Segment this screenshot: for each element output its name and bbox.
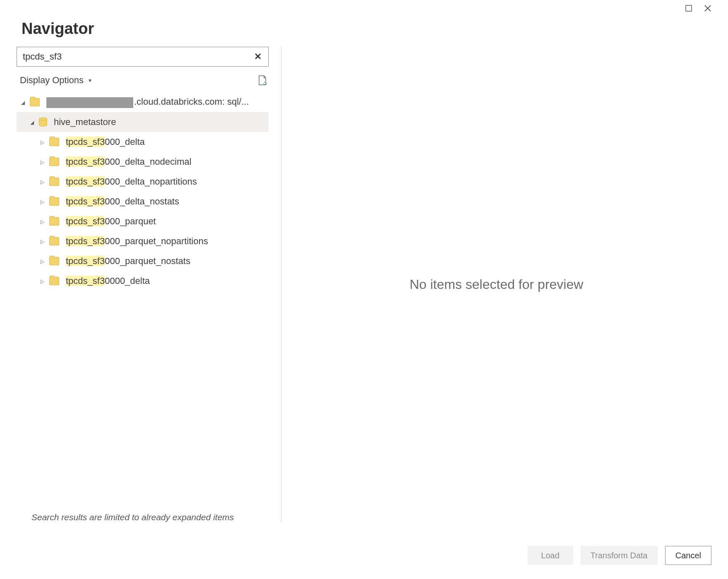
page-title: Navigator [22, 20, 711, 38]
search-box[interactable]: ✕ [17, 47, 269, 67]
expand-toggle-icon[interactable] [39, 178, 45, 185]
label-rest: 000_parquet [105, 216, 156, 226]
folder-icon [49, 217, 59, 226]
label-rest: 000_delta_nostats [105, 196, 179, 207]
tree-schema-node[interactable]: tpcds_sf3000_parquet_nopartitions [17, 231, 269, 251]
redacted-host [46, 97, 133, 108]
search-highlight: tpcds_sf3 [66, 216, 105, 226]
expand-toggle-icon[interactable] [39, 218, 45, 225]
expand-toggle-icon[interactable] [29, 118, 35, 126]
maximize-button[interactable] [685, 5, 692, 12]
tree-hive-node[interactable]: hive_metastore [17, 112, 269, 132]
label-rest: 000_parquet_nopartitions [105, 236, 208, 246]
schema-node-label: tpcds_sf3000_parquet [66, 216, 156, 227]
schema-node-label: tpcds_sf3000_parquet_nopartitions [66, 236, 208, 247]
schema-node-label: tpcds_sf30000_delta [66, 276, 150, 286]
schema-node-label: tpcds_sf3000_delta_nostats [66, 196, 179, 207]
refresh-icon[interactable] [257, 75, 267, 86]
dialog-footer: Load Transform Data Cancel [528, 546, 711, 565]
display-options-label: Display Options [20, 75, 84, 86]
expand-toggle-icon[interactable] [39, 138, 45, 146]
folder-icon [49, 178, 59, 186]
tree-schema-node[interactable]: tpcds_sf30000_delta [17, 271, 269, 291]
schema-node-label: tpcds_sf3000_delta_nodecimal [66, 156, 191, 167]
search-highlight: tpcds_sf3 [66, 236, 105, 246]
navigator-dialog: Navigator ✕ Display Options ▾ [0, 0, 728, 579]
database-icon [39, 118, 47, 127]
expand-toggle-icon[interactable] [20, 99, 26, 106]
label-rest: 000_delta [105, 137, 145, 147]
schema-node-label: tpcds_sf3000_delta [66, 137, 145, 147]
search-hint: Search results are limited to already ex… [31, 512, 269, 522]
tree-schema-node[interactable]: tpcds_sf3000_delta_nodecimal [17, 152, 269, 172]
folder-icon [49, 197, 59, 206]
display-options-dropdown[interactable]: Display Options ▾ [20, 75, 91, 86]
expand-toggle-icon[interactable] [39, 257, 45, 265]
navigator-tree[interactable]: .cloud.databricks.com: sql/... hive_meta… [17, 92, 269, 508]
search-highlight: tpcds_sf3 [66, 256, 105, 266]
root-node-label: .cloud.databricks.com: sql/... [46, 96, 249, 108]
expand-toggle-icon[interactable] [39, 238, 45, 245]
label-rest: 000_delta_nopartitions [105, 176, 197, 187]
search-highlight: tpcds_sf3 [66, 196, 105, 207]
schema-node-label: tpcds_sf3000_delta_nopartitions [66, 176, 197, 187]
hive-node-label: hive_metastore [54, 117, 116, 127]
chevron-down-icon: ▾ [89, 77, 91, 84]
cancel-button[interactable]: Cancel [665, 546, 711, 565]
transform-data-button[interactable]: Transform Data [581, 546, 658, 565]
tree-schema-node[interactable]: tpcds_sf3000_delta [17, 132, 269, 152]
search-highlight: tpcds_sf3 [66, 276, 105, 286]
label-rest: 000_parquet_nostats [105, 256, 190, 266]
search-input[interactable] [22, 51, 252, 62]
tree-schema-node[interactable]: tpcds_sf3000_parquet [17, 211, 269, 231]
svg-rect-0 [686, 5, 692, 11]
left-pane: ✕ Display Options ▾ [17, 47, 281, 522]
folder-icon [49, 237, 59, 245]
preview-pane: No items selected for preview [281, 47, 711, 522]
search-highlight: tpcds_sf3 [66, 176, 105, 187]
folder-icon [30, 98, 40, 106]
tree-schema-node[interactable]: tpcds_sf3000_parquet_nostats [17, 251, 269, 271]
options-row: Display Options ▾ [17, 75, 269, 86]
label-rest: 000_delta_nodecimal [105, 156, 191, 167]
window-titlebar [17, 0, 711, 17]
load-button[interactable]: Load [528, 546, 573, 565]
folder-icon [49, 257, 59, 265]
expand-toggle-icon[interactable] [39, 158, 45, 166]
folder-icon [49, 158, 59, 166]
tree-schema-node[interactable]: tpcds_sf3000_delta_nopartitions [17, 172, 269, 192]
tree-schema-node[interactable]: tpcds_sf3000_delta_nostats [17, 192, 269, 211]
expand-toggle-icon[interactable] [39, 198, 45, 205]
content-area: ✕ Display Options ▾ [17, 47, 711, 522]
schema-node-label: tpcds_sf3000_parquet_nostats [66, 256, 190, 267]
label-rest: 0000_delta [105, 276, 150, 286]
clear-search-icon[interactable]: ✕ [252, 51, 263, 62]
folder-icon [49, 138, 59, 146]
expand-toggle-icon[interactable] [39, 277, 45, 285]
search-highlight: tpcds_sf3 [66, 156, 105, 167]
search-highlight: tpcds_sf3 [66, 137, 105, 147]
tree-root-node[interactable]: .cloud.databricks.com: sql/... [17, 92, 269, 112]
close-button[interactable] [704, 5, 711, 12]
preview-empty-message: No items selected for preview [410, 277, 584, 292]
folder-icon [49, 277, 59, 285]
